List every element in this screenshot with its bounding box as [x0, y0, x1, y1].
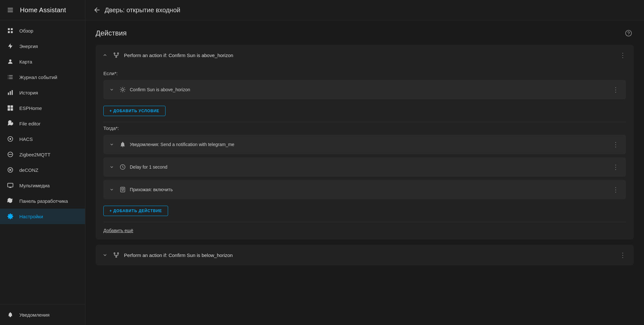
- app-title: Home Assistant: [20, 6, 66, 14]
- svg-rect-10: [9, 75, 13, 76]
- svg-rect-0: [8, 8, 13, 9]
- action-delay-title: Delay for 1 second: [130, 164, 608, 170]
- sidebar-item-label: Журнал событий: [19, 74, 57, 80]
- zigbee-icon: [6, 151, 14, 158]
- sun-icon: [119, 86, 127, 93]
- tool-icon: [6, 197, 14, 205]
- svg-rect-16: [10, 91, 11, 95]
- bell-action-icon: [119, 141, 127, 148]
- sidebar-item-zigbee[interactable]: Zigbee2MQTT: [0, 147, 85, 162]
- section-header: Действия: [96, 28, 634, 38]
- svg-rect-1: [8, 10, 13, 10]
- light-switch-icon: [119, 186, 127, 193]
- svg-rect-4: [11, 28, 13, 30]
- sidebar-item-energy[interactable]: Энергия: [0, 38, 85, 54]
- sidebar-item-hacs[interactable]: HACS: [0, 131, 85, 147]
- menu-icon[interactable]: [5, 5, 15, 15]
- action-block-2-more[interactable]: ⋮: [618, 250, 627, 260]
- sidebar-item-file-editor[interactable]: File editor: [0, 116, 85, 131]
- sidebar: Home Assistant Обзор Энергия: [0, 0, 85, 325]
- action-light-header[interactable]: Прихожая: включить ⋮: [103, 180, 626, 199]
- svg-point-31: [628, 34, 629, 35]
- action-block-2-title: Perform an action if: Confirm Sun is bel…: [124, 252, 614, 258]
- add-action-button[interactable]: + ДОБАВИТЬ ДЕЙСТВИЕ: [103, 206, 168, 216]
- sidebar-item-settings[interactable]: Настройки: [0, 209, 85, 224]
- svg-rect-11: [8, 77, 9, 77]
- sidebar-item-developer[interactable]: Панель разработчика: [0, 193, 85, 209]
- action-block-1-more[interactable]: ⋮: [618, 50, 627, 60]
- svg-point-52: [114, 253, 115, 254]
- action-item-notification: Уведомления: Send a notification with te…: [103, 135, 626, 154]
- condition-item-1-header[interactable]: Confirm Sun is above_horizon ⋮: [103, 80, 626, 99]
- gear-icon: [6, 212, 14, 220]
- action-block-1-content: Если*:: [96, 65, 634, 240]
- svg-line-46: [121, 91, 121, 92]
- sidebar-item-history[interactable]: История: [0, 85, 85, 100]
- condition-item-1: Confirm Sun is above_horizon ⋮: [103, 80, 626, 99]
- wrench-icon: [6, 120, 14, 127]
- sidebar-item-label: Панель разработчика: [19, 198, 68, 204]
- deconz-icon: [6, 166, 14, 174]
- sidebar-item-deconz[interactable]: deCONZ: [0, 162, 85, 178]
- chevron-down-icon-5: [102, 252, 109, 258]
- sidebar-item-label: Zigbee2MQTT: [19, 152, 51, 157]
- svg-rect-13: [8, 78, 9, 79]
- action-notification-more[interactable]: ⋮: [611, 139, 620, 150]
- svg-rect-5: [8, 31, 10, 33]
- svg-point-53: [118, 253, 119, 254]
- action-branch-icon: [112, 52, 120, 59]
- sidebar-nav: Обзор Энергия Карта: [0, 20, 85, 304]
- svg-point-34: [116, 56, 117, 58]
- then-label: Тогда*:: [103, 125, 626, 131]
- chevron-down-icon: [109, 87, 116, 92]
- action-light-more[interactable]: ⋮: [611, 184, 620, 195]
- condition-item-1-title: Confirm Sun is above_horizon: [130, 87, 608, 92]
- content-area: Действия: [85, 20, 644, 325]
- svg-line-43: [124, 91, 125, 92]
- sidebar-item-label: Настройки: [19, 214, 43, 219]
- sidebar-item-label: Энергия: [19, 44, 38, 49]
- chart-icon: [6, 89, 14, 96]
- action-notification-header[interactable]: Уведомления: Send a notification with te…: [103, 135, 626, 154]
- sidebar-item-notifications[interactable]: Уведомления: [0, 307, 85, 322]
- sidebar-item-label: История: [19, 90, 38, 95]
- sidebar-item-multimedia[interactable]: Мультимедиа: [0, 178, 85, 193]
- chevron-up-icon: [102, 52, 109, 58]
- list-icon: [6, 73, 14, 81]
- main-area: Дверь: открытие входной Действия: [85, 0, 644, 325]
- svg-rect-6: [11, 31, 13, 33]
- svg-rect-14: [9, 78, 13, 79]
- help-button[interactable]: [623, 28, 634, 38]
- chevron-down-icon-2: [109, 142, 116, 147]
- add-more-link[interactable]: Добавить ещё: [103, 228, 133, 233]
- action-delay-more[interactable]: ⋮: [611, 162, 620, 172]
- svg-rect-17: [12, 90, 13, 95]
- action-block-2: Perform an action if: Confirm Sun is bel…: [96, 245, 634, 265]
- action-item-delay: Delay for 1 second ⋮: [103, 157, 626, 177]
- condition-item-1-more[interactable]: ⋮: [611, 84, 620, 95]
- svg-line-47: [124, 88, 125, 88]
- sidebar-item-label: Карта: [19, 59, 32, 64]
- add-condition-button[interactable]: + ДОБАВИТЬ УСЛОВИЕ: [103, 106, 166, 116]
- svg-rect-27: [8, 183, 13, 187]
- divider-2: [103, 222, 626, 222]
- sidebar-item-label: Обзор: [19, 28, 33, 34]
- action-block-2-header[interactable]: Perform an action if: Confirm Sun is bel…: [96, 245, 634, 265]
- action-delay-header[interactable]: Delay for 1 second ⋮: [103, 157, 626, 177]
- svg-rect-12: [9, 77, 13, 77]
- action-block-1-header[interactable]: Perform an action if: Confirm Sun is abo…: [96, 45, 634, 65]
- sidebar-item-esphome[interactable]: ESPHome: [0, 100, 85, 116]
- bell-icon: [6, 311, 14, 319]
- svg-line-42: [121, 88, 121, 88]
- svg-point-23: [10, 138, 11, 140]
- sidebar-item-logbook[interactable]: Журнал событий: [0, 69, 85, 85]
- svg-rect-3: [8, 28, 10, 30]
- svg-rect-18: [8, 105, 10, 108]
- sidebar-item-overview[interactable]: Обзор: [0, 23, 85, 38]
- sidebar-item-map[interactable]: Карта: [0, 54, 85, 69]
- sidebar-item-label: deCONZ: [19, 167, 38, 173]
- sidebar-item-label: Уведомления: [19, 312, 50, 318]
- back-button[interactable]: [93, 6, 101, 14]
- svg-rect-19: [11, 105, 13, 108]
- clock-icon: [119, 164, 127, 170]
